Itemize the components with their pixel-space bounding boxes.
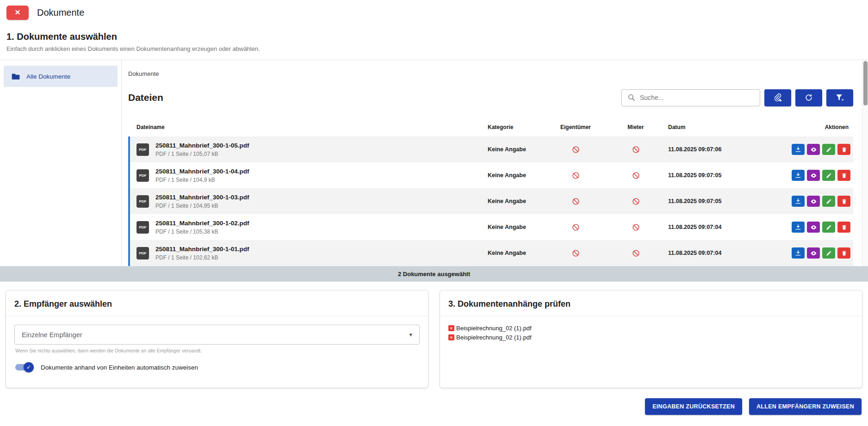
download-icon (795, 172, 801, 179)
delete-button[interactable] (837, 170, 850, 181)
download-button[interactable] (792, 222, 805, 233)
files-table: Dateiname Kategorie Eigentümer Mieter Da… (128, 118, 853, 266)
download-button[interactable] (792, 247, 805, 259)
folder-sidebar: Alle Dokumente (0, 60, 121, 266)
no-entry-icon (572, 146, 580, 154)
trash-icon (841, 224, 847, 230)
date-cell: 11.08.2025 09:07:05 (668, 198, 784, 204)
edit-icon (826, 224, 832, 230)
attachment-item: ✕ Beispielrechnung_02 (1).pdf (448, 325, 854, 332)
attachment-item: ✕ Beispielrechnung_02 (1).pdf (448, 334, 854, 341)
edit-button[interactable] (822, 222, 835, 233)
search-input[interactable] (640, 94, 754, 101)
preview-button[interactable] (807, 170, 820, 181)
table-row[interactable]: PDF 250811_Mahnbrief_300-1-01.pdf PDF / … (128, 240, 853, 266)
no-entry-icon (632, 223, 640, 231)
edit-button[interactable] (822, 144, 835, 155)
file-cell: PDF 250811_Mahnbrief_300-1-04.pdf PDF / … (130, 168, 488, 183)
no-entry-icon (572, 198, 580, 205)
download-icon (795, 250, 801, 256)
table-row[interactable]: PDF 250811_Mahnbrief_300-1-03.pdf PDF / … (128, 188, 853, 214)
date-cell: 11.08.2025 09:07:06 (668, 146, 784, 153)
preview-button[interactable] (807, 144, 820, 155)
download-button[interactable] (792, 144, 805, 155)
file-name: 250811_Mahnbrief_300-1-02.pdf (155, 220, 249, 227)
step1-subtitle: Einfach durch anklicken eines Dokuments … (6, 45, 862, 52)
tenant-cell (603, 249, 668, 257)
no-entry-icon (632, 172, 640, 179)
col-header-kategorie: Kategorie (488, 124, 548, 130)
remove-attachment-icon[interactable]: ✕ (448, 325, 454, 331)
file-name: 250811_Mahnbrief_300-1-01.pdf (155, 246, 249, 253)
no-entry-icon (632, 249, 640, 257)
toggle-thumb: ✓ (24, 362, 34, 372)
recipient-select[interactable]: Einzelne Empfänger ▾ (14, 325, 420, 345)
preview-button[interactable] (807, 196, 820, 207)
auto-assign-row: ✓ Dokumente anhand von Einheiten automat… (14, 363, 420, 372)
vertical-scrollbar[interactable] (862, 60, 868, 266)
owner-cell (548, 223, 603, 231)
scrollbar-thumb[interactable] (863, 61, 868, 105)
step1-content: Alle Dokumente Dokumente Dateien (0, 60, 868, 266)
filter-button[interactable] (826, 89, 853, 106)
refresh-button[interactable] (795, 89, 822, 106)
category-cell: Keine Angabe (488, 224, 548, 230)
files-panel: Dokumente Dateien (122, 60, 868, 266)
file-meta: PDF / 1 Seite / 104,95 kB (155, 203, 249, 209)
delete-button[interactable] (837, 196, 850, 207)
table-row[interactable]: PDF 250811_Mahnbrief_300-1-05.pdf PDF / … (128, 136, 853, 162)
edit-button[interactable] (822, 196, 835, 207)
file-meta: PDF / 1 Seite / 104,9 kB (155, 177, 249, 183)
close-button[interactable]: ✕ (6, 6, 29, 20)
owner-cell (548, 172, 603, 179)
files-heading: Dateien (128, 92, 163, 103)
actions-cell (784, 144, 853, 155)
owner-cell (548, 198, 603, 205)
col-header-aktionen: Aktionen (784, 124, 853, 130)
file-name: 250811_Mahnbrief_300-1-03.pdf (155, 194, 249, 201)
actions-cell (784, 222, 853, 233)
file-meta: PDF / 1 Seite / 102,62 kB (155, 254, 249, 261)
download-icon (795, 146, 801, 153)
col-header-dateiname: Dateiname (130, 124, 488, 130)
download-button[interactable] (792, 196, 805, 207)
edit-icon (826, 147, 832, 153)
search-box (621, 89, 760, 106)
delete-button[interactable] (837, 247, 850, 259)
no-entry-icon (632, 146, 640, 154)
folder-icon (11, 72, 20, 81)
table-row[interactable]: PDF 250811_Mahnbrief_300-1-04.pdf PDF / … (128, 162, 853, 188)
trash-icon (841, 250, 847, 256)
lower-cards: 2. Empfänger auswählen Einzelne Empfänge… (0, 282, 868, 388)
file-cell: PDF 250811_Mahnbrief_300-1-05.pdf PDF / … (130, 142, 488, 157)
selection-status-text: 2 Dokumente ausgewählt (398, 271, 470, 278)
edit-button[interactable] (822, 170, 835, 181)
sidebar-item-alle-dokumente[interactable]: Alle Dokumente (4, 66, 118, 87)
edit-icon (826, 173, 832, 179)
download-icon (795, 198, 801, 204)
file-meta: PDF / 1 Seite / 105,38 kB (155, 228, 249, 235)
col-header-mieter: Mieter (603, 124, 668, 130)
breadcrumb[interactable]: Dokumente (128, 70, 853, 77)
step2-title: 2. Empfänger auswählen (6, 290, 428, 316)
tenant-cell (603, 172, 668, 179)
delete-button[interactable] (837, 144, 850, 155)
remove-attachment-icon[interactable]: ✕ (448, 334, 454, 340)
auto-assign-toggle[interactable]: ✓ (14, 363, 34, 372)
file-name: 250811_Mahnbrief_300-1-05.pdf (155, 142, 249, 149)
pdf-file-icon: PDF (136, 169, 149, 182)
edit-icon (826, 198, 832, 204)
eye-icon (810, 198, 817, 205)
preview-button[interactable] (807, 247, 820, 259)
upload-attach-button[interactable] (764, 89, 791, 106)
download-button[interactable] (792, 170, 805, 181)
reset-inputs-button[interactable]: EINGABEN ZURÜCKSETZEN (645, 398, 742, 415)
table-row[interactable]: PDF 250811_Mahnbrief_300-1-02.pdf PDF / … (128, 214, 853, 240)
assign-all-recipients-button[interactable]: ALLEN EMPFÄNGERN ZUWEISEN (749, 398, 862, 415)
delete-button[interactable] (837, 222, 850, 233)
edit-button[interactable] (822, 247, 835, 259)
attach-file-add-icon (773, 93, 782, 102)
files-toolbar: Dateien (128, 87, 853, 108)
preview-button[interactable] (807, 222, 820, 233)
eye-icon (810, 250, 817, 257)
